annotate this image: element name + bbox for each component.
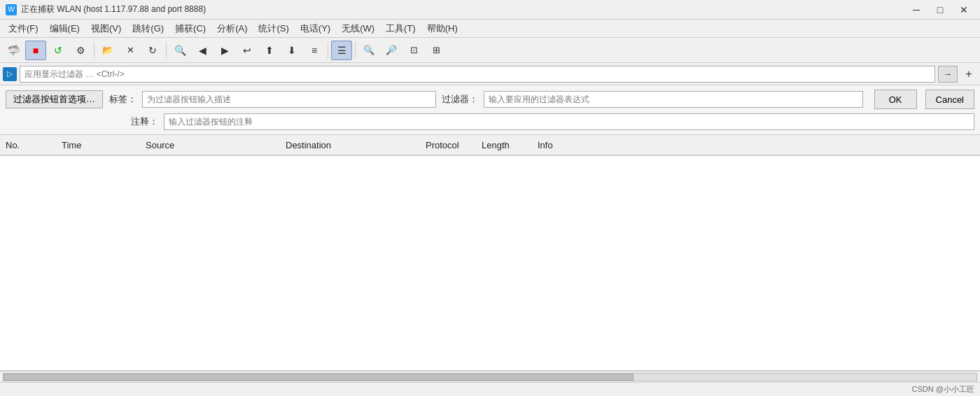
- title-text: 正在捕获 WLAN (host 1.117.97.88 and port 888…: [21, 3, 206, 15]
- filter-icon: ▷: [3, 67, 17, 81]
- note-field-input[interactable]: [164, 113, 974, 130]
- col-header-source[interactable]: Source: [140, 140, 280, 150]
- stop-capture-button[interactable]: ■: [25, 41, 46, 60]
- list-view-button[interactable]: ≡: [304, 41, 325, 60]
- packet-list-header: No. Time Source Destination Protocol Len…: [0, 135, 980, 156]
- menu-item-w[interactable]: 无线(W): [336, 20, 380, 37]
- menu-item-h[interactable]: 帮助(H): [421, 20, 463, 37]
- filter-arrow-icon: →: [944, 69, 952, 79]
- close-button[interactable]: ✕: [953, 3, 974, 17]
- maximize-button[interactable]: □: [930, 3, 951, 17]
- col-header-destination[interactable]: Destination: [280, 140, 420, 150]
- open-icon: 📂: [102, 45, 113, 55]
- restart-capture-button[interactable]: ↺: [48, 41, 69, 60]
- next-icon: ▶: [221, 45, 229, 56]
- filter-apply-button[interactable]: →: [938, 66, 958, 83]
- find-icon: 🔍: [174, 45, 186, 56]
- prev-icon: ◀: [199, 45, 206, 56]
- list-icon: ≡: [312, 45, 317, 56]
- filter-input[interactable]: [20, 66, 935, 83]
- menu-item-s[interactable]: 统计(S): [253, 20, 294, 37]
- go-back-button[interactable]: ↩: [237, 41, 258, 60]
- menu-item-t[interactable]: 工具(T): [380, 20, 421, 37]
- menu-item-g[interactable]: 跳转(G): [127, 20, 169, 37]
- toolbar-separator-1: [94, 42, 94, 59]
- menu-item-e[interactable]: 编辑(E): [44, 20, 85, 37]
- scrollbar-track[interactable]: [3, 373, 977, 381]
- columns-button[interactable]: ⊞: [426, 41, 447, 60]
- filter-bar: ▷ → +: [0, 63, 980, 85]
- stop-icon: ■: [33, 45, 38, 56]
- go-back-icon: ↩: [243, 45, 251, 56]
- prev-packet-button[interactable]: ◀: [192, 41, 213, 60]
- filter-row-2: 注释：: [6, 113, 974, 130]
- menu-item-v[interactable]: 视图(V): [85, 20, 127, 37]
- col-header-protocol[interactable]: Protocol: [420, 140, 476, 150]
- plus-icon: +: [965, 68, 972, 80]
- note-field-label: 注释：: [130, 115, 158, 128]
- zoom-out-icon: 🔎: [386, 45, 397, 55]
- filter-expr-input[interactable]: [484, 91, 863, 108]
- menu-bar: 文件(F)编辑(E)视图(V)跳转(G)捕获(C)分析(A)统计(S)电话(Y)…: [0, 20, 980, 38]
- menu-item-y[interactable]: 电话(Y): [295, 20, 336, 37]
- go-last-button[interactable]: ⬇: [281, 41, 302, 60]
- cancel-button[interactable]: Cancel: [925, 90, 974, 109]
- options-button[interactable]: ⚙: [70, 41, 91, 60]
- horizontal-scrollbar[interactable]: [0, 371, 980, 382]
- label-field-label: 标签：: [108, 93, 136, 106]
- col-header-info[interactable]: Info: [532, 140, 980, 150]
- filter-options-panel: 过滤器按钮首选项… 标签： 过滤器： OK Cancel 注释：: [0, 85, 980, 135]
- status-text: CSDN @小小工匠: [912, 384, 974, 395]
- col-header-time[interactable]: Time: [56, 140, 140, 150]
- zoom-in-icon: 🔍: [363, 45, 374, 55]
- reload-button[interactable]: ↻: [142, 41, 163, 60]
- columns-icon: ⊞: [433, 45, 440, 55]
- title-controls: ─ □ ✕: [906, 3, 974, 17]
- packet-list[interactable]: [0, 156, 980, 371]
- col-header-no[interactable]: No.: [0, 140, 56, 150]
- col-header-length[interactable]: Length: [476, 140, 532, 150]
- menu-item-a[interactable]: 分析(A): [211, 20, 253, 37]
- toolbar-separator-4: [355, 42, 356, 59]
- next-packet-button[interactable]: ▶: [214, 41, 235, 60]
- status-bar: CSDN @小小工匠: [0, 382, 980, 396]
- wireshark-icon-btn[interactable]: 🦈: [3, 41, 24, 60]
- shark-icon: 🦈: [7, 44, 20, 57]
- go-last-icon: ⬇: [288, 45, 296, 56]
- toolbar-separator-2: [166, 42, 167, 59]
- title-bar-left: W 正在捕获 WLAN (host 1.117.97.88 and port 8…: [6, 3, 206, 15]
- list-view2-button[interactable]: ☰: [331, 41, 352, 60]
- go-first-button[interactable]: ⬆: [259, 41, 280, 60]
- find-packet-button[interactable]: 🔍: [169, 41, 190, 60]
- scrollbar-thumb[interactable]: [4, 374, 634, 381]
- options-icon: ⚙: [76, 45, 85, 56]
- open-file-button[interactable]: 📂: [97, 41, 118, 60]
- toolbar: 🦈 ■ ↺ ⚙ 📂 ✕ ↻ 🔍 ◀ ▶ ↩ ⬆ ⬇ ≡ ☰ 🔍: [0, 38, 980, 63]
- filter-row-1: 过滤器按钮首选项… 标签： 过滤器： OK Cancel: [6, 90, 974, 109]
- close-icon: ✕: [127, 45, 134, 55]
- menu-item-f[interactable]: 文件(F): [3, 20, 44, 37]
- zoom-reset-button[interactable]: ⊡: [403, 41, 424, 60]
- filter-options-button[interactable]: 过滤器按钮首选项…: [6, 90, 103, 108]
- filter-field-label: 过滤器：: [442, 93, 478, 106]
- zoom-in-button[interactable]: 🔍: [358, 41, 379, 60]
- ok-button[interactable]: OK: [874, 90, 917, 109]
- list2-icon: ☰: [337, 45, 346, 56]
- go-first-icon: ⬆: [265, 45, 274, 56]
- close-file-button[interactable]: ✕: [120, 41, 141, 60]
- zoom-reset-icon: ⊡: [410, 45, 418, 55]
- app-icon: W: [6, 4, 17, 15]
- reload-icon: ↻: [148, 45, 157, 56]
- minimize-button[interactable]: ─: [906, 3, 927, 17]
- title-bar: W 正在捕获 WLAN (host 1.117.97.88 and port 8…: [0, 0, 980, 20]
- toolbar-separator-3: [328, 42, 328, 59]
- filter-add-button[interactable]: +: [960, 66, 977, 83]
- menu-item-c[interactable]: 捕获(C): [169, 20, 211, 37]
- zoom-out-button[interactable]: 🔎: [381, 41, 402, 60]
- restart-icon: ↺: [54, 45, 62, 56]
- label-field-input[interactable]: [142, 91, 436, 108]
